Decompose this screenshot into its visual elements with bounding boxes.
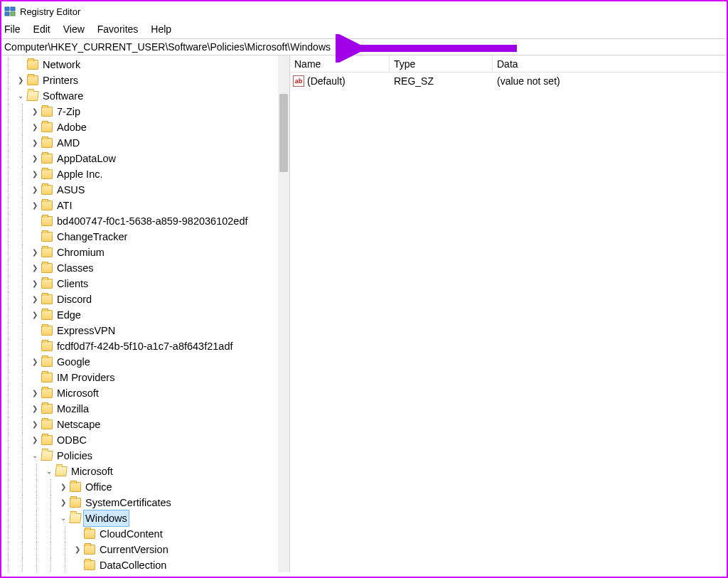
tree-node-label[interactable]: 7-Zip <box>55 104 82 119</box>
tree-node[interactable]: ❯Google <box>1 354 289 370</box>
tree-node[interactable]: ❯CurrentVersion <box>1 542 289 557</box>
chevron-right-icon[interactable]: ❯ <box>30 154 40 164</box>
tree-node[interactable]: ❯Printers <box>1 73 289 88</box>
tree-node[interactable]: DataCollection <box>1 557 289 572</box>
menu-edit[interactable]: Edit <box>33 23 50 35</box>
tree-node-label[interactable]: ASUS <box>55 182 87 198</box>
tree-node-label[interactable]: Edge <box>55 307 82 323</box>
tree-node-label[interactable]: CurrentVersion <box>98 542 170 557</box>
tree-node-label[interactable]: SystemCertificates <box>84 495 173 510</box>
chevron-right-icon[interactable]: ❯ <box>30 294 40 304</box>
tree-node-label[interactable]: Mozilla <box>55 401 90 417</box>
tree-node[interactable]: ❯Microsoft <box>1 385 289 401</box>
chevron-right-icon[interactable]: ❯ <box>30 200 40 210</box>
tree-node-label[interactable]: Printers <box>41 73 80 88</box>
tree-node-label[interactable]: Office <box>84 479 114 495</box>
chevron-right-icon[interactable]: ❯ <box>30 357 40 367</box>
tree-node[interactable]: ⌄Microsoft <box>1 464 289 479</box>
tree-node-label[interactable]: Apple Inc. <box>55 166 105 182</box>
tree-node[interactable]: ❯7-Zip <box>1 104 289 119</box>
tree-node-label[interactable]: Classes <box>55 260 95 276</box>
menu-help[interactable]: Help <box>151 23 171 35</box>
tree-node-label[interactable]: Clients <box>55 276 90 291</box>
chevron-right-icon[interactable]: ❯ <box>30 247 40 257</box>
tree-node[interactable]: ❯Classes <box>1 260 289 276</box>
chevron-right-icon[interactable]: ❯ <box>58 498 68 508</box>
chevron-right-icon[interactable]: ❯ <box>16 75 26 85</box>
tree-node-label[interactable]: Policies <box>55 448 94 464</box>
tree-node[interactable]: ❯ASUS <box>1 182 289 198</box>
tree-node-label[interactable]: Network <box>41 57 82 73</box>
col-header-type[interactable]: Type <box>390 55 493 72</box>
chevron-right-icon[interactable]: ❯ <box>30 419 40 429</box>
chevron-right-icon[interactable]: ❯ <box>30 107 40 117</box>
menu-favorites[interactable]: Favorites <box>97 23 139 35</box>
chevron-right-icon[interactable]: ❯ <box>30 388 40 398</box>
tree-node-label[interactable]: DataCollection <box>98 557 168 572</box>
tree-node[interactable]: ExpressVPN <box>1 323 289 338</box>
chevron-right-icon[interactable]: ❯ <box>58 482 68 492</box>
tree-node-label[interactable]: ATI <box>55 198 73 213</box>
tree-node-label[interactable]: Windows <box>84 510 129 526</box>
tree-node-label[interactable]: AMD <box>55 135 81 151</box>
tree-node[interactable]: ❯Adobe <box>1 119 289 135</box>
tree-node[interactable]: ❯AMD <box>1 135 289 151</box>
chevron-right-icon[interactable]: ❯ <box>30 310 40 320</box>
tree-node-label[interactable]: IM Providers <box>55 370 116 385</box>
tree-node[interactable]: ChangeTracker <box>1 229 289 245</box>
value-row[interactable]: (Default)REG_SZ(value not set) <box>290 73 727 90</box>
tree-node[interactable]: ❯Chromium <box>1 245 289 260</box>
tree-node-label[interactable]: Netscape <box>55 417 102 432</box>
tree-node[interactable]: ❯Clients <box>1 276 289 291</box>
tree-node[interactable]: Network <box>1 57 289 73</box>
tree-node-label[interactable]: fcdf0d7f-424b-5f10-a1c7-a8f643f21adf <box>55 338 235 354</box>
tree-node-label[interactable]: bd400747-f0c1-5638-a859-982036102edf <box>55 213 249 229</box>
tree-node[interactable]: ❯ODBC <box>1 432 289 448</box>
chevron-right-icon[interactable]: ❯ <box>30 279 40 289</box>
tree-node-label[interactable]: Microsoft <box>55 385 100 401</box>
tree-node-label[interactable]: Software <box>41 88 85 104</box>
chevron-right-icon[interactable]: ❯ <box>30 263 40 273</box>
tree-node[interactable]: ⌄Windows <box>1 510 289 526</box>
menu-file[interactable]: File <box>4 23 21 35</box>
tree-node[interactable]: ❯SystemCertificates <box>1 495 289 510</box>
chevron-down-icon[interactable]: ⌄ <box>44 466 54 476</box>
chevron-right-icon[interactable]: ❯ <box>73 545 82 555</box>
tree-node[interactable]: ❯ATI <box>1 198 289 213</box>
tree-node[interactable]: ⌄Policies <box>1 448 289 464</box>
chevron-right-icon[interactable]: ❯ <box>30 404 40 414</box>
tree-node-label[interactable]: CloudContent <box>98 526 164 542</box>
tree-node-label[interactable]: ExpressVPN <box>55 323 117 338</box>
tree-node-label[interactable]: Discord <box>55 291 93 307</box>
tree-node[interactable]: CloudContent <box>1 526 289 542</box>
chevron-right-icon[interactable]: ❯ <box>30 169 40 179</box>
tree-node-label[interactable]: AppDataLow <box>55 151 117 166</box>
tree-node-label[interactable]: Google <box>55 354 92 370</box>
tree-node[interactable]: ❯Edge <box>1 307 289 323</box>
tree-node[interactable]: ❯Netscape <box>1 417 289 432</box>
tree-node[interactable]: bd400747-f0c1-5638-a859-982036102edf <box>1 213 289 229</box>
tree-node[interactable]: fcdf0d7f-424b-5f10-a1c7-a8f643f21adf <box>1 338 289 354</box>
tree-node[interactable]: IM Providers <box>1 370 289 385</box>
tree-node-label[interactable]: ODBC <box>55 432 88 448</box>
address-bar[interactable]: Computer\HKEY_CURRENT_USER\Software\Poli… <box>1 38 727 55</box>
tree-scrollbar[interactable] <box>278 55 289 572</box>
tree-node[interactable]: ❯Apple Inc. <box>1 166 289 182</box>
chevron-right-icon[interactable]: ❯ <box>30 138 40 148</box>
chevron-right-icon[interactable]: ❯ <box>30 435 40 445</box>
chevron-down-icon[interactable]: ⌄ <box>30 451 40 461</box>
chevron-right-icon[interactable]: ❯ <box>30 122 40 132</box>
tree-node[interactable]: ❯AppDataLow <box>1 151 289 166</box>
chevron-down-icon[interactable]: ⌄ <box>16 91 26 101</box>
column-headers[interactable]: Name Type Data <box>290 55 727 73</box>
chevron-right-icon[interactable]: ❯ <box>30 185 40 195</box>
tree-node-label[interactable]: ChangeTracker <box>55 229 129 245</box>
scrollbar-thumb[interactable] <box>279 94 288 172</box>
chevron-down-icon[interactable]: ⌄ <box>58 513 68 523</box>
tree-node[interactable]: ❯Mozilla <box>1 401 289 417</box>
tree-node-label[interactable]: Microsoft <box>70 464 114 479</box>
tree-node-label[interactable]: Adobe <box>55 119 88 135</box>
tree-node[interactable]: ❯Office <box>1 479 289 495</box>
tree-node-label[interactable]: Chromium <box>55 245 106 260</box>
col-header-data[interactable]: Data <box>493 55 727 72</box>
